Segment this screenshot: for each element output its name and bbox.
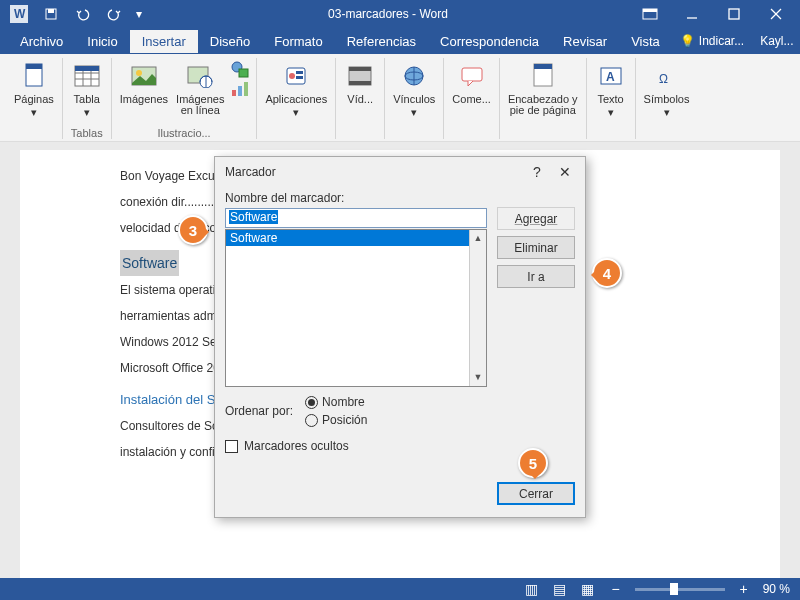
comment-icon — [456, 60, 488, 92]
svg-rect-7 — [729, 9, 739, 19]
paginas-button[interactable]: Páginas▾ — [12, 58, 56, 120]
sort-label: Ordenar por: — [225, 404, 293, 418]
group-tablas-label: Tablas — [71, 127, 103, 139]
svg-rect-26 — [244, 82, 248, 96]
close-icon[interactable] — [756, 2, 796, 26]
title-bar: W ▾ 03-marcadores - Word — [0, 0, 800, 28]
paginas-label: Páginas — [14, 94, 54, 105]
help-icon[interactable]: ? — [523, 164, 551, 180]
shapes-icon[interactable] — [230, 60, 250, 78]
aplicaciones-button[interactable]: Aplicaciones▾ — [263, 58, 329, 120]
comentarios-label: Come... — [452, 94, 491, 105]
doc-heading: Software — [120, 250, 179, 276]
undo-icon[interactable] — [68, 2, 98, 26]
user-name[interactable]: Kayl... — [752, 30, 800, 52]
bookmark-list[interactable]: Software ▲▼ — [225, 229, 487, 387]
textbox-icon: A — [595, 60, 627, 92]
svg-rect-23 — [239, 69, 248, 77]
tab-archivo[interactable]: Archivo — [8, 30, 75, 53]
link-icon — [398, 60, 430, 92]
read-mode-icon[interactable]: ▥ — [523, 580, 541, 598]
table-icon — [71, 60, 103, 92]
ribbon: Páginas▾ Tabla▾ Tablas Imágenes Imágenes… — [0, 54, 800, 142]
tab-referencias[interactable]: Referencias — [335, 30, 428, 53]
slider-thumb[interactable] — [670, 583, 678, 595]
comentarios-button[interactable]: Come... — [450, 58, 493, 107]
svg-rect-17 — [75, 66, 99, 71]
svg-point-28 — [289, 73, 295, 79]
tab-formato[interactable]: Formato — [262, 30, 334, 53]
svg-rect-33 — [349, 81, 371, 85]
zoom-out-icon[interactable]: − — [607, 580, 625, 598]
svg-rect-32 — [349, 67, 371, 71]
texto-button[interactable]: ATexto▾ — [593, 58, 629, 120]
zoom-slider[interactable] — [635, 588, 725, 591]
redo-icon[interactable] — [100, 2, 130, 26]
tab-insertar[interactable]: Insertar — [130, 30, 198, 53]
aplicaciones-label: Aplicaciones — [265, 94, 327, 105]
group-ilustr-label: Ilustracio... — [157, 127, 210, 139]
input-selection: Software — [229, 210, 278, 224]
apps-icon — [280, 60, 312, 92]
svg-rect-30 — [296, 76, 303, 79]
tell-me-label: Indicar... — [699, 34, 744, 48]
eliminar-button[interactable]: Eliminar — [497, 236, 575, 259]
minimize-icon[interactable] — [672, 2, 712, 26]
svg-point-19 — [136, 70, 142, 76]
tab-revisar[interactable]: Revisar — [551, 30, 619, 53]
scrollbar[interactable]: ▲▼ — [469, 230, 486, 386]
chart-icon[interactable] — [230, 80, 250, 98]
svg-rect-25 — [238, 86, 242, 96]
svg-text:Ω: Ω — [659, 72, 668, 86]
sort-nombre-radio[interactable]: Nombre — [305, 395, 367, 409]
svg-rect-24 — [232, 90, 236, 96]
simbolos-button[interactable]: ΩSímbolos▾ — [642, 58, 692, 120]
tab-inicio[interactable]: Inicio — [75, 30, 129, 53]
tab-diseno[interactable]: Diseño — [198, 30, 262, 53]
ir-a-button[interactable]: Ir a — [497, 265, 575, 288]
tabla-button[interactable]: Tabla▾ — [69, 58, 105, 120]
ribbon-options-icon[interactable] — [630, 2, 670, 26]
ir-a-label: Ir a — [527, 270, 544, 284]
qat-dropdown-icon[interactable]: ▾ — [132, 2, 146, 26]
tab-correspondencia[interactable]: Correspondencia — [428, 30, 551, 53]
svg-text:W: W — [14, 7, 26, 21]
zoom-in-icon[interactable]: + — [735, 580, 753, 598]
header-icon — [527, 60, 559, 92]
imagenes-en-linea-button[interactable]: Imágenes en línea — [174, 58, 226, 118]
callout-5: 5 — [518, 448, 548, 478]
tab-vista[interactable]: Vista — [619, 30, 672, 53]
eliminar-label: Eliminar — [514, 241, 557, 255]
close-icon[interactable]: ✕ — [551, 164, 579, 180]
callout-4: 4 — [592, 258, 622, 288]
agregar-button: Agregar — [497, 207, 575, 230]
bookmark-name-input[interactable]: Software — [225, 208, 487, 228]
maximize-icon[interactable] — [714, 2, 754, 26]
sort-posicion-label: Posición — [322, 413, 367, 427]
film-icon — [344, 60, 376, 92]
cerrar-label: Cerrar — [519, 487, 553, 501]
print-layout-icon[interactable]: ▤ — [551, 580, 569, 598]
save-icon[interactable] — [36, 2, 66, 26]
video-button[interactable]: Víd... — [342, 58, 378, 107]
vinculos-label: Vínculos — [393, 94, 435, 105]
radio-off-icon — [305, 414, 318, 427]
name-label: Nombre del marcador: — [225, 191, 575, 205]
svg-rect-37 — [462, 68, 482, 81]
menu-bar: Archivo Inicio Insertar Diseño Formato R… — [0, 28, 800, 54]
cerrar-button[interactable]: Cerrar — [497, 482, 575, 505]
zoom-level[interactable]: 90 % — [763, 582, 790, 596]
tell-me[interactable]: 💡Indicar... — [672, 30, 752, 52]
list-item[interactable]: Software — [226, 230, 486, 246]
encabezado-button[interactable]: Encabezado y pie de página — [506, 58, 580, 118]
callout-3: 3 — [178, 215, 208, 245]
word-icon: W — [4, 2, 34, 26]
web-layout-icon[interactable]: ▦ — [579, 580, 597, 598]
sort-posicion-radio[interactable]: Posición — [305, 413, 367, 427]
scroll-up-icon[interactable]: ▲ — [470, 230, 486, 247]
simbolos-label: Símbolos — [644, 94, 690, 105]
scroll-down-icon[interactable]: ▼ — [470, 369, 486, 386]
dialog-title-bar[interactable]: Marcador ? ✕ — [215, 157, 585, 187]
imagenes-button[interactable]: Imágenes — [118, 58, 170, 118]
vinculos-button[interactable]: Vínculos▾ — [391, 58, 437, 120]
